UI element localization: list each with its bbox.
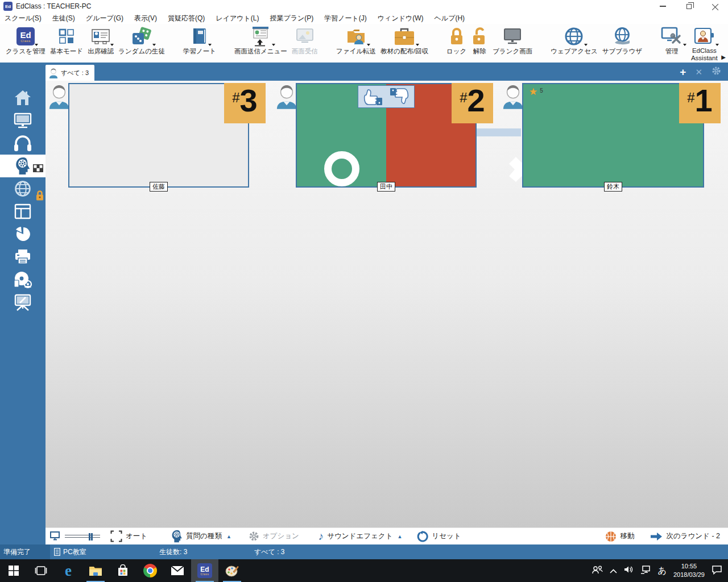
thumbnail-size-slider[interactable] [50,531,100,541]
menu-group[interactable]: グループ(G) [86,14,123,23]
ime-indicator[interactable]: あ [658,566,667,576]
lock-button[interactable]: ロック [444,26,469,56]
thumbs-down-icon[interactable] [388,87,411,106]
toolbar-overflow-icon[interactable]: ▶ [721,54,726,60]
sidebar-item-survey[interactable] [0,223,46,246]
clock-time: 10:55 [673,562,705,571]
store-button[interactable] [109,559,136,582]
left-sidebar [0,63,46,544]
tab-all-students[interactable]: すべて : 3 [46,65,94,81]
menu-view[interactable]: 表示(V) [134,14,157,23]
close-tab-button[interactable]: ✕ [695,68,702,76]
tab-strip: すべて : 3 + ✕ [46,63,728,81]
add-tab-button[interactable]: + [680,66,686,77]
sidebar-item-home[interactable] [0,86,46,109]
people-icon[interactable] [592,566,603,576]
web-access-button[interactable]: ウェブアクセス [548,26,599,56]
taskbar-clock[interactable]: 10:55 2018/03/29 [673,562,705,579]
minimize-button[interactable] [650,0,676,13]
slider-handle[interactable] [89,533,93,541]
bottom-toolbar: オート 質問の種類 ▲ [46,527,728,544]
arrow-right-icon [650,532,663,541]
sidebar-item-print[interactable] [0,246,46,268]
file-transfer-button[interactable]: ファイル転送 [334,26,378,56]
music-note-icon: ♪ [318,531,324,542]
menu-question-response[interactable]: 質疑応答(Q) [168,14,205,23]
status-bar: 準備完了 PC教室 生徒数: 3 すべて : 3 [0,544,728,559]
star-score: ★ 5 [529,87,543,97]
slider-track[interactable] [65,535,100,538]
action-center-icon[interactable] [712,565,722,577]
menu-school[interactable]: スクール(S) [5,14,42,23]
manage-button[interactable]: 管理 [658,26,685,56]
sub-browser-button[interactable]: サブブラウザ [600,26,645,56]
next-round-button[interactable]: 次のラウンド - 2 [650,531,720,541]
sidebar-item-monitor[interactable] [0,109,46,132]
file-explorer-button[interactable] [82,559,109,582]
move-button[interactable]: 移動 [605,531,634,542]
student-thumbnail-tanaka[interactable]: #2 田中 [296,83,477,188]
mail-button[interactable] [164,559,191,582]
menu-help[interactable]: ヘルプ(H) [435,14,465,23]
expand-up-icon: ▲ [397,534,402,539]
sidebar-item-whiteboard[interactable] [0,291,46,314]
reset-button[interactable]: リセット [417,531,461,542]
edge-button[interactable]: e [55,559,82,582]
student-thumbnail-suzuki[interactable]: ★ 5 #1 鈴木 [522,83,704,188]
volume-icon[interactable] [624,566,634,576]
question-response-icon [14,157,31,175]
auto-frame-icon [110,530,122,542]
attendance-card-icon [91,28,110,44]
chrome-button[interactable] [136,559,164,582]
paint-button[interactable] [218,559,246,582]
start-button[interactable] [0,559,27,582]
student-name-label: 佐藤 [150,182,168,192]
rank-badge: #1 [679,83,721,123]
unlock-button[interactable]: 解除 [469,26,490,56]
sidebar-item-audio[interactable] [0,132,46,155]
tab-settings-button[interactable] [712,66,721,78]
screen-send-menu-button[interactable]: 画面送信メニュー [232,26,289,56]
thumbs-up-icon[interactable] [362,87,384,106]
title-bar: Ed EdClass : TEACHER-PC [0,0,728,13]
student-avatar [276,83,297,109]
student-name-label: 田中 [377,182,395,192]
sidebar-item-web-control[interactable] [0,177,46,200]
options-button: オプション [249,531,299,542]
edclass-app-icon: Ed [3,2,13,11]
edclass-taskbar-button[interactable]: EdClass [191,559,218,582]
menu-window[interactable]: ウィンドウ(W) [378,14,424,23]
attendance-button[interactable]: 出席確認 [85,26,116,56]
question-type-button[interactable]: 質問の種類 ▲ [171,530,231,543]
basketball-icon [605,531,617,542]
sound-effects-button[interactable]: ♪ サウンドエフェクト ▲ [318,531,403,542]
edclass-logo-icon: EdClass [16,27,35,45]
edclass-assistant-button[interactable]: EdClass Assistant [685,26,723,62]
room-list-icon [54,548,60,556]
manage-class-button[interactable]: EdClass クラスを管理 [3,26,48,56]
dropdown-arrow-icon [584,44,588,46]
restore-button[interactable] [676,0,702,13]
menu-lesson-plan[interactable]: 授業プラン(P) [270,14,313,23]
auto-layout-button[interactable]: オート [110,530,147,542]
blank-screen-button[interactable]: ブランク画面 [490,26,535,56]
close-button[interactable] [702,0,728,13]
distribute-collect-button[interactable]: 教材の配布/回収 [378,26,431,56]
sidebar-item-layout[interactable] [0,200,46,223]
tray-expand-icon[interactable] [610,566,617,576]
paint-icon [225,564,239,577]
network-icon[interactable] [640,566,651,576]
journal-button[interactable]: 学習ノート [181,26,218,56]
lock-icon [449,27,465,46]
menu-layout[interactable]: レイアウト(L) [216,14,259,23]
basic-mode-button[interactable]: 基本モード [48,26,85,56]
sidebar-item-multimedia[interactable] [0,268,46,291]
menu-student[interactable]: 生徒(S) [52,14,75,23]
home-icon [14,89,32,106]
menu-journal[interactable]: 学習ノート(J) [324,14,367,23]
sidebar-item-question-response[interactable] [0,155,46,177]
task-view-button[interactable] [27,559,55,582]
random-student-button[interactable]: ランダムの生徒 [116,26,167,56]
student-thumbnail-sato[interactable]: #3 佐藤 [68,83,249,188]
screen-receive-button: 画面受信 [289,26,320,56]
